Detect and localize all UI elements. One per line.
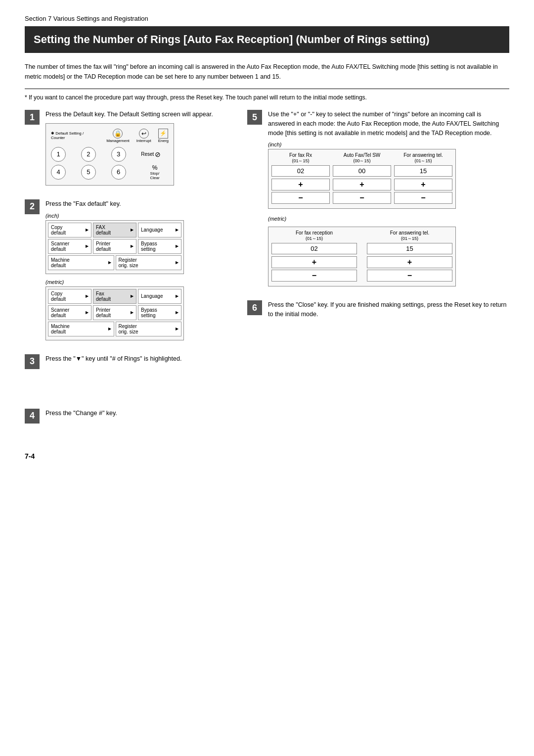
fax-top-bar: ✱ Default Setting /Counter 🔒 Management … (51, 129, 169, 143)
scanner-default-metric-btn[interactable]: Scannerdefault ▶ (48, 305, 91, 320)
inch-rings-label: (inch) (268, 142, 509, 147)
step-5-content: Use the "+" or "-" key to select the num… (268, 110, 509, 286)
note-text: * If you want to cancel the procedure pa… (25, 94, 509, 101)
inch-menu-label: (inch) (45, 213, 232, 219)
fax-default-btn[interactable]: FAXdefault ▶ (93, 223, 136, 237)
metric-menu-label: (metric) (45, 279, 232, 285)
col3-header: For answering tel. (01～15) (394, 152, 452, 164)
fax-top-icons: 🔒 Management ↩ Interrupt ⚡ Energ (87, 129, 169, 143)
bypass-setting-metric-btn[interactable]: Bypasssetting ▶ (138, 305, 181, 320)
inch-menu-row-2: Scannerdefault ▶ Printerdefault ▶ Bypass… (48, 239, 181, 254)
step-4-content: Press the "Change #" key. (45, 409, 232, 422)
step-6: 6 Press the "Close" key. If you are fini… (247, 300, 509, 323)
copy-default-btn[interactable]: Copydefault ▶ (48, 223, 91, 237)
metric-rings-values: 02 15 (271, 243, 452, 254)
fax-interrupt-tab: ↩ Interrupt (136, 129, 151, 143)
fax-reset-btn[interactable]: Reset ⊘ (141, 150, 169, 158)
fax-btn-4[interactable]: 4 (51, 165, 66, 180)
inch-menu-container: (inch) Copydefault ▶ FAXdefault ▶ Langua… (45, 213, 232, 274)
inch-minus-buttons: − − − (271, 192, 452, 204)
metric-col1-minus-btn[interactable]: − (271, 270, 357, 282)
metric-menu-row-2: Scannerdefault ▶ Printerdefault ▶ Bypass… (48, 305, 181, 320)
step-5: 5 Use the "+" or "-" key to select the n… (247, 110, 509, 286)
page-title: Setting the Number of Rings [Auto Fax Re… (25, 26, 509, 53)
step-3: 3 Press the "▼" key until "# of Rings" i… (25, 354, 232, 369)
step-5-text: Use the "+" or "-" key to select the num… (268, 110, 509, 138)
fax-numpad: 1 2 3 Reset ⊘ 4 5 6 % Stop/Clear (51, 147, 169, 180)
fax-btn-3[interactable]: 3 (111, 147, 126, 162)
register-orig-size-btn[interactable]: Registerorig. size ▶ (116, 255, 182, 270)
metric-col2-plus-btn[interactable]: + (367, 256, 452, 268)
register-orig-size-metric-btn[interactable]: Registerorig. size ▶ (116, 322, 182, 336)
metric-rings-label: (metric) (268, 216, 509, 222)
col1-value: 02 (271, 165, 330, 177)
step-5-number: 5 (247, 110, 262, 125)
step-4-text: Press the "Change #" key. (45, 409, 232, 418)
energy-icon: ⚡ (158, 129, 168, 139)
section-header: Section 7 Various Settings and Registrat… (25, 15, 509, 22)
step-4: 4 Press the "Change #" key. (25, 409, 232, 424)
inch-rings-values: 02 00 15 (271, 165, 452, 177)
machine-default-btn[interactable]: Machinedefault ▶ (48, 255, 114, 270)
printer-default-metric-btn[interactable]: Printerdefault ▶ (93, 305, 136, 320)
management-icon: 🔒 (113, 129, 123, 139)
step-6-content: Press the "Close" key. If you are finish… (268, 300, 509, 323)
col3-value: 15 (394, 165, 452, 177)
step-2-text: Press the "Fax default" key. (45, 199, 232, 209)
inch-plus-buttons: + + + (271, 179, 452, 190)
fax-default-metric-btn[interactable]: Faxdefault ▶ (93, 289, 136, 304)
step-3-number: 3 (25, 354, 40, 369)
col1-minus-btn[interactable]: − (271, 192, 330, 204)
step-1-content: Press the Default key. The Default Setti… (45, 110, 232, 186)
metric-rings-container: (metric) For fax reception (01～15) For a… (268, 216, 509, 286)
inch-rings-table: For fax Rx (01～15) Auto Fax/Tel SW (00～1… (268, 149, 456, 209)
copy-default-metric-btn[interactable]: Copydefault ▶ (48, 289, 91, 304)
inch-rings-container: (inch) For fax Rx (01～15) Auto Fax/Tel S… (268, 142, 509, 209)
metric-col1-plus-btn[interactable]: + (271, 256, 357, 268)
machine-default-metric-btn[interactable]: Machinedefault ▶ (48, 322, 114, 336)
metric-plus-buttons: + + (271, 256, 452, 268)
fax-machine-diagram: ✱ Default Setting /Counter 🔒 Management … (45, 123, 174, 186)
metric-rings-header: For fax reception (01～15) For answering … (271, 230, 452, 242)
fax-stop-btn[interactable]: % Stop/Clear (141, 164, 169, 180)
inch-menu-grid: Copydefault ▶ FAXdefault ▶ Language ▶ Sc… (45, 220, 184, 274)
language-btn[interactable]: Language ▶ (138, 223, 181, 237)
col1-plus-btn[interactable]: + (271, 179, 330, 190)
metric-minus-buttons: − − (271, 270, 452, 282)
fax-energy-tab: ⚡ Energ (158, 129, 169, 143)
step-6-text: Press the "Close" key. If you are finish… (268, 300, 509, 319)
col3-minus-btn[interactable]: − (394, 192, 452, 204)
col2-minus-btn[interactable]: − (333, 192, 391, 204)
fax-btn-2[interactable]: 2 (81, 147, 96, 162)
metric-menu-row-1: Copydefault ▶ Faxdefault ▶ Language ▶ (48, 289, 181, 304)
bypass-setting-btn[interactable]: Bypasssetting ▶ (138, 239, 181, 254)
col3-plus-btn[interactable]: + (394, 179, 452, 190)
step-2: 2 Press the "Fax default" key. (inch) Co… (25, 199, 232, 340)
fax-management-tab: 🔒 Management (106, 129, 130, 143)
inch-rings-header: For fax Rx (01～15) Auto Fax/Tel SW (00～1… (271, 152, 452, 164)
col2-header: Auto Fax/Tel SW (00～15) (333, 152, 391, 164)
fax-btn-1[interactable]: 1 (51, 147, 66, 162)
fax-btn-5[interactable]: 5 (81, 165, 96, 180)
step-3-text: Press the "▼" key until "# of Rings" is … (45, 354, 232, 364)
fax-brand: ✱ Default Setting /Counter (51, 131, 84, 140)
metric-rings-table: For fax reception (01～15) For answering … (268, 227, 456, 286)
intro-text: The number of times the fax will "ring" … (25, 62, 509, 82)
fax-btn-6[interactable]: 6 (111, 165, 126, 180)
metric-col2-minus-btn[interactable]: − (367, 270, 452, 282)
metric-menu-row-3: Machinedefault ▶ Registerorig. size ▶ (48, 322, 181, 336)
page-number: 7-4 (25, 452, 509, 460)
metric-menu-container: (metric) Copydefault ▶ Faxdefault ▶ Lang… (45, 279, 232, 340)
step-2-number: 2 (25, 199, 40, 214)
scanner-default-btn[interactable]: Scannerdefault ▶ (48, 239, 91, 254)
step-1-text: Press the Default key. The Default Setti… (45, 110, 232, 119)
inch-menu-row-1: Copydefault ▶ FAXdefault ▶ Language ▶ (48, 223, 181, 237)
step-4-number: 4 (25, 409, 40, 424)
metric-menu-grid: Copydefault ▶ Faxdefault ▶ Language ▶ Sc… (45, 286, 184, 340)
language-metric-btn[interactable]: Language ▶ (138, 289, 181, 304)
printer-default-btn[interactable]: Printerdefault ▶ (93, 239, 136, 254)
interrupt-icon: ↩ (139, 129, 149, 139)
step-1: 1 Press the Default key. The Default Set… (25, 110, 232, 186)
inch-menu-row-3: Machinedefault ▶ Registerorig. size ▶ (48, 255, 181, 270)
col2-plus-btn[interactable]: + (333, 179, 391, 190)
